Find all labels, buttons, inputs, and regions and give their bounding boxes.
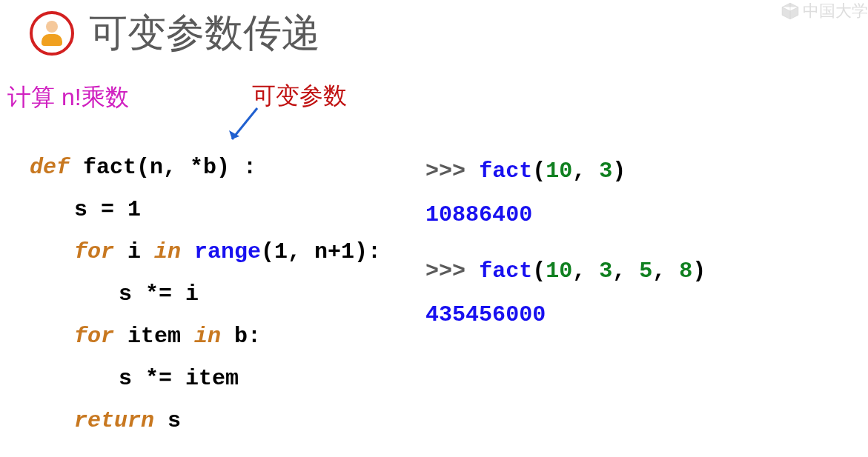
signature: (n, *b) : bbox=[136, 155, 256, 180]
keyword-for: for bbox=[74, 239, 114, 264]
subtitle: 计算 n!乘数 bbox=[7, 81, 129, 114]
repl-output: >>> fact(10, 3) 10886400 >>> fact(10, 3,… bbox=[425, 150, 706, 442]
code-line: for item in b: bbox=[30, 316, 381, 358]
repl-result: 435456000 bbox=[425, 293, 706, 337]
keyword-in: in bbox=[194, 324, 221, 349]
watermark-text: 中国大学 bbox=[803, 0, 868, 22]
function-call: fact bbox=[479, 258, 532, 284]
function-call: fact bbox=[479, 159, 532, 184]
code-line: for i in range(1, n+1): bbox=[30, 231, 381, 273]
code-line: def fact(n, *b) : bbox=[30, 147, 381, 189]
code-line: s *= item bbox=[30, 358, 381, 400]
watermark: 中国大学 bbox=[781, 0, 868, 22]
arrow-icon bbox=[226, 104, 263, 148]
builtin-range: range bbox=[181, 239, 261, 264]
repl-line: >>> fact(10, 3, 5, 8) bbox=[425, 250, 706, 293]
keyword-return: return bbox=[74, 408, 154, 433]
subtitle-row: 计算 n!乘数 可变参数 bbox=[0, 81, 868, 126]
keyword-for: for bbox=[74, 324, 114, 349]
slide-title: 可变参数传递 bbox=[89, 7, 320, 59]
function-name: fact bbox=[83, 155, 136, 180]
cube-icon bbox=[781, 1, 800, 21]
code-line: s *= i bbox=[30, 273, 381, 316]
repl-prompt: >>> bbox=[425, 258, 479, 284]
person-icon bbox=[30, 11, 74, 56]
content-area: def fact(n, *b) : s = 1 for i in range(1… bbox=[0, 147, 868, 442]
repl-line: >>> fact(10, 3) bbox=[425, 150, 706, 193]
slide-header: 可变参数传递 bbox=[0, 0, 868, 59]
annotation-label: 可变参数 bbox=[252, 80, 347, 113]
code-definition: def fact(n, *b) : s = 1 for i in range(1… bbox=[30, 147, 381, 442]
keyword-def: def bbox=[30, 155, 70, 180]
code-line: return s bbox=[30, 400, 381, 442]
keyword-in: in bbox=[154, 239, 181, 264]
repl-prompt: >>> bbox=[425, 159, 479, 184]
repl-result: 10886400 bbox=[425, 193, 706, 237]
code-line: s = 1 bbox=[30, 189, 381, 231]
